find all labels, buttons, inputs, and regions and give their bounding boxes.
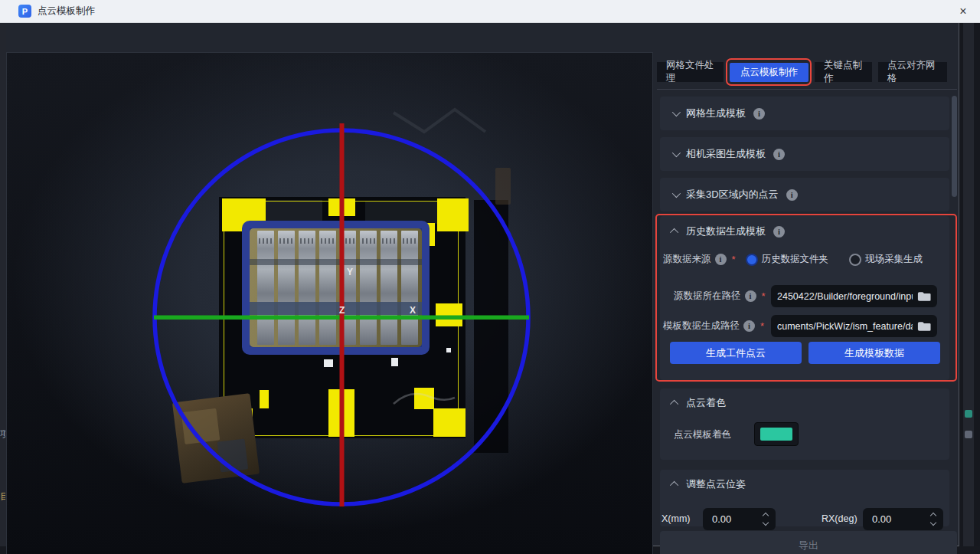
axis-label-x: X — [410, 305, 416, 316]
info-icon[interactable]: i — [773, 226, 785, 238]
section-label: 点云着色 — [686, 396, 726, 410]
x-mm-spinner[interactable]: 0.00 — [703, 508, 776, 530]
dialog-border — [959, 23, 959, 546]
section-label: 采集3D区域内的点云 — [686, 188, 779, 202]
chevron-down-icon — [672, 108, 681, 116]
ceiling-beam-artifact — [394, 110, 485, 132]
left-edge-artifact: 项 — [0, 428, 5, 438]
src-path-value: 2450422/Builder/foreground/input — [777, 291, 913, 302]
info-icon[interactable]: i — [715, 254, 727, 265]
section-history-header[interactable]: 历史数据生成模板 i — [660, 216, 949, 247]
radio-history-folder[interactable] — [746, 254, 758, 266]
required-mark: * — [732, 254, 736, 265]
tab-keypoint[interactable]: 关键点制作 — [815, 62, 872, 82]
info-icon[interactable]: i — [786, 189, 798, 201]
info-icon[interactable]: i — [753, 108, 765, 120]
axis-label-y: Y — [347, 267, 353, 277]
spinner-arrows-icon[interactable] — [760, 513, 771, 525]
src-path-label: 源数据所在路径 — [674, 290, 741, 303]
app-logo-icon: P — [18, 5, 31, 18]
section-label: 网格生成模板 — [686, 107, 746, 120]
info-icon[interactable]: i — [745, 290, 756, 302]
radio-history-folder-label[interactable]: 历史数据文件夹 — [762, 253, 829, 266]
swatch-label: 点云模板着色 — [674, 428, 731, 441]
transform-gizmo[interactable]: Y Z X — [7, 53, 653, 554]
rx-deg-label: RX(deg) — [822, 513, 858, 524]
left-edge-artifact: 目 — [0, 490, 5, 501]
divider — [657, 89, 957, 90]
tab-pointcloud-align-mesh[interactable]: 点云对齐网格 — [878, 62, 947, 82]
template-color-swatch — [760, 428, 792, 441]
close-icon[interactable]: × — [954, 2, 972, 21]
tab-pointcloud-template[interactable]: 点云模板制作 — [730, 63, 808, 82]
section-pointcloud-coloring: 点云着色 点云模板着色 — [660, 388, 949, 460]
rx-deg-value: 0.00 — [872, 513, 928, 525]
chevron-up-icon — [670, 481, 678, 490]
rx-deg-spinner[interactable]: 0.00 — [863, 508, 943, 530]
radio-live-capture[interactable] — [849, 254, 861, 266]
panel-scrollbar[interactable] — [952, 96, 957, 526]
required-mark: * — [760, 320, 764, 332]
x-mm-value: 0.00 — [712, 513, 760, 525]
generate-template-data-button[interactable]: 生成模板数据 — [808, 342, 940, 364]
radio-live-capture-label[interactable]: 现场采集生成 — [865, 253, 923, 266]
section-pose-header[interactable]: 调整点云位姿 — [660, 470, 949, 499]
chevron-down-icon — [672, 149, 681, 157]
color-picker[interactable] — [754, 422, 799, 446]
info-icon[interactable]: i — [773, 149, 785, 160]
required-mark: * — [762, 290, 766, 302]
section-label: 相机采图生成模板 — [686, 147, 766, 161]
tpl-path-input[interactable]: cuments/PickWiz/ism_feature/data — [771, 315, 937, 337]
export-button[interactable]: 导出 — [660, 531, 957, 554]
tpl-path-value: cuments/PickWiz/ism_feature/data — [777, 321, 913, 332]
background-window-right — [959, 23, 980, 546]
section-coloring-header[interactable]: 点云着色 — [660, 388, 949, 418]
section-mesh-template[interactable]: 网格生成模板 i — [660, 97, 949, 130]
background-window-left: 项 目 — [0, 23, 6, 546]
title-bar: P 点云模板制作 × — [0, 0, 980, 23]
chevron-up-icon — [670, 400, 678, 408]
section-label: 历史数据生成模板 — [686, 225, 766, 238]
chevron-down-icon — [672, 189, 681, 198]
right-edge-artifact — [965, 410, 972, 418]
chevron-up-icon — [670, 228, 678, 237]
section-label: 调整点云位姿 — [686, 477, 746, 491]
src-path-input[interactable]: 2450422/Builder/foreground/input — [771, 285, 937, 307]
x-mm-label: X(mm) — [662, 513, 691, 524]
window-title: 点云模板制作 — [38, 5, 95, 18]
spinner-arrows-icon[interactable] — [928, 513, 939, 525]
tpl-path-label: 模板数据生成路径 — [663, 320, 740, 333]
cable-artifact — [394, 394, 455, 404]
info-icon[interactable]: i — [743, 320, 755, 332]
source-data-label: 源数据来源 — [663, 253, 711, 266]
folder-icon[interactable] — [917, 291, 931, 302]
folder-icon[interactable] — [917, 321, 931, 332]
right-edge-artifact — [965, 431, 972, 438]
axis-label-z: Z — [339, 305, 345, 316]
dialog-body: Y Z X 网格文件处理 点云模板制作 关键点制作 点云对齐网格 网格生成模板 … — [0, 23, 980, 546]
generate-workpiece-pointcloud-button[interactable]: 生成工件点云 — [670, 342, 802, 364]
section-collect-3d[interactable]: 采集3D区域内的点云 i — [660, 178, 949, 211]
section-camera-capture[interactable]: 相机采图生成模板 i — [660, 137, 949, 171]
tab-mesh-file-processing[interactable]: 网格文件处理 — [657, 62, 724, 82]
pointcloud-3d-viewport[interactable]: Y Z X — [6, 52, 653, 554]
scrollbar-thumb[interactable] — [952, 96, 957, 197]
